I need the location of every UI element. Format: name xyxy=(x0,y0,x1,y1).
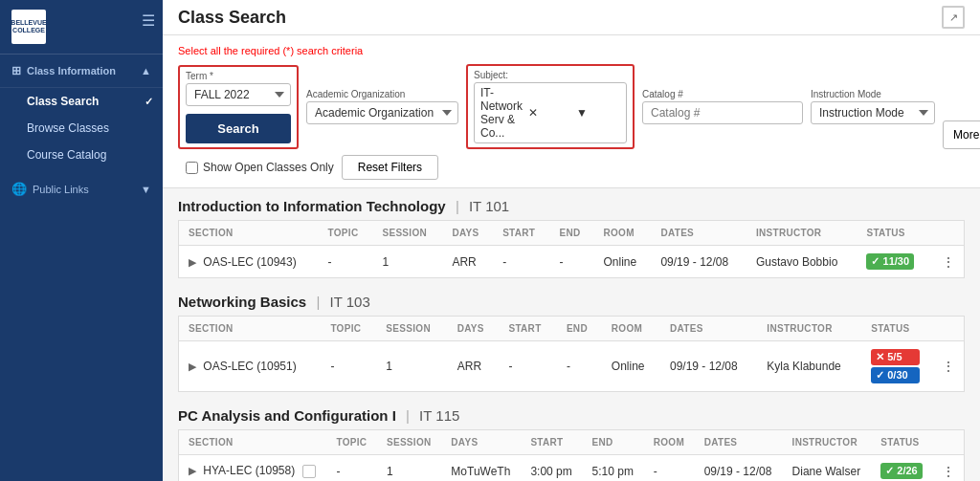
results-area: Introduction to Information Technology |… xyxy=(163,188,980,481)
expand-icon[interactable]: ▶ xyxy=(189,361,196,372)
catalog-filter: Catalog # xyxy=(642,89,803,124)
col-action xyxy=(930,221,965,246)
show-open-checkbox[interactable] xyxy=(186,162,198,174)
filter-row: Term * FALL 2022 Search Academic Organiz… xyxy=(178,64,965,149)
row-menu-icon[interactable]: ⋮ xyxy=(933,455,965,482)
expand-icon[interactable]: ▶ xyxy=(189,256,196,268)
col-session: SESSION xyxy=(372,221,442,246)
col-room: ROOM xyxy=(644,430,695,455)
term-label: Term * xyxy=(186,71,291,81)
col-room: ROOM xyxy=(593,221,651,246)
course-section-it101: Introduction to Information Technology |… xyxy=(178,198,965,278)
subject-select-row[interactable]: IT-Network Serv & Co... ✕ ▼ xyxy=(474,82,627,143)
status-badge-blue: ✓ 0/30 xyxy=(871,367,920,383)
sidebar-item-browse-classes[interactable]: Browse Classes xyxy=(0,115,163,142)
col-action xyxy=(929,317,964,341)
col-topic: TOPIC xyxy=(326,430,377,455)
table-row: ▶ OAS-LEC (10951) - 1 ARR - - Online 09/… xyxy=(179,341,965,392)
col-days: DAYS xyxy=(441,430,521,455)
col-start: START xyxy=(521,430,582,455)
class-information-section: ⊞ Class Information ▲ Class Search ✓ Bro… xyxy=(0,55,163,168)
col-status: STATUS xyxy=(857,221,929,246)
active-check-icon: ✓ xyxy=(145,96,153,108)
class-information-header[interactable]: ⊞ Class Information ▲ xyxy=(0,55,163,88)
more-filters-button[interactable]: More Filters 2 xyxy=(943,120,980,149)
academic-org-select[interactable]: Academic Organization xyxy=(306,101,458,124)
col-instructor: INSTRUCTOR xyxy=(746,221,858,246)
col-days: DAYS xyxy=(442,221,493,246)
catalog-input[interactable] xyxy=(642,101,803,124)
col-end: END xyxy=(557,317,602,341)
term-filter: Term * FALL 2022 xyxy=(186,71,291,106)
sidebar-item-course-catalog[interactable]: Course Catalog xyxy=(0,142,163,168)
col-status: STATUS xyxy=(861,317,929,341)
hamburger-icon[interactable]: ☰ xyxy=(142,11,155,30)
subject-label: Subject: xyxy=(474,70,627,80)
course-table-it115: SECTION TOPIC SESSION DAYS START END ROO… xyxy=(178,429,965,481)
course-section-it115: PC Analysis and Configuration I | IT 115… xyxy=(178,407,965,481)
col-room: ROOM xyxy=(602,317,660,341)
course-name: Introduction to Information Technology xyxy=(178,198,446,214)
course-title-it115: PC Analysis and Configuration I | IT 115 xyxy=(178,407,965,424)
col-topic: TOPIC xyxy=(319,221,373,246)
header-action-icon[interactable]: ↗ xyxy=(942,6,965,29)
col-instructor: INSTRUCTOR xyxy=(783,430,872,455)
subject-value: IT-Network Serv & Co... xyxy=(480,86,524,140)
row-menu-icon[interactable]: ⋮ xyxy=(930,246,965,278)
page-title: Class Search xyxy=(178,8,286,28)
instruction-mode-select[interactable]: Instruction Mode xyxy=(811,101,935,124)
header-bar: Class Search ↗ xyxy=(163,0,980,35)
term-select[interactable]: FALL 2022 xyxy=(186,83,291,106)
search-area: Select all the required (*) search crite… xyxy=(163,35,980,188)
asterisk-icon: Select all the required (*) search crite… xyxy=(178,45,363,56)
search-button[interactable]: Search xyxy=(186,114,291,143)
sidebar-public-links[interactable]: 🌐 Public Links ▼ xyxy=(0,172,163,206)
course-name: Networking Basics xyxy=(178,294,306,310)
sidebar-item-class-search[interactable]: Class Search ✓ xyxy=(0,88,163,115)
course-code: IT 115 xyxy=(419,407,459,424)
globe-icon: 🌐 xyxy=(11,182,27,196)
term-red-box: Term * FALL 2022 Search xyxy=(178,65,299,149)
logo-icon: BELLEVUECOLLEGE xyxy=(11,10,46,44)
expand-icon[interactable]: ▶ xyxy=(189,465,196,476)
required-note: Select all the required (*) search crite… xyxy=(178,45,965,56)
row-menu-icon[interactable]: ⋮ xyxy=(929,341,964,392)
col-status: STATUS xyxy=(871,430,932,455)
col-dates: DATES xyxy=(651,221,746,246)
status-badge-red: ✕ 5/5 xyxy=(871,349,920,365)
col-end: END xyxy=(583,430,644,455)
subject-clear-icon[interactable]: ✕ xyxy=(528,106,572,120)
arrow-icon: ↗ xyxy=(949,11,958,24)
course-code: IT 103 xyxy=(329,294,369,310)
instruction-mode-label: Instruction Mode xyxy=(811,89,935,99)
row-checkbox[interactable] xyxy=(302,465,316,478)
academic-org-filter: Academic Organization Academic Organizat… xyxy=(306,89,458,124)
reset-filters-button[interactable]: Reset Filters xyxy=(342,155,438,180)
col-action xyxy=(933,430,965,455)
col-section: SECTION xyxy=(179,221,319,246)
course-table-it103: SECTION TOPIC SESSION DAYS START END ROO… xyxy=(178,316,965,392)
col-section: SECTION xyxy=(179,317,322,341)
academic-org-label: Academic Organization xyxy=(306,89,458,99)
table-row: ▶ OAS-LEC (10943) - 1 ARR - - Online 09/… xyxy=(179,246,965,278)
course-name: PC Analysis and Configuration I xyxy=(178,407,396,424)
table-row: ▶ HYA-LEC (10958) - 1 MoTuWeTh 3:00 pm 5… xyxy=(179,455,965,482)
show-open-label[interactable]: Show Open Classes Only xyxy=(186,161,334,174)
action-row: Show Open Classes Only Reset Filters xyxy=(178,155,965,180)
subject-filter: Subject: IT-Network Serv & Co... ✕ ▼ xyxy=(474,70,627,143)
instruction-mode-filter: Instruction Mode Instruction Mode xyxy=(811,89,935,124)
col-start: START xyxy=(499,317,556,341)
course-code: IT 101 xyxy=(469,198,509,214)
public-links-label: Public Links xyxy=(33,184,89,195)
chevron-down-icon: ▼ xyxy=(141,184,151,195)
class-information-label: Class Information xyxy=(27,65,116,77)
col-section: SECTION xyxy=(179,430,327,455)
status-badge: ✓ 11/30 xyxy=(866,253,914,270)
course-section-it103: Networking Basics | IT 103 SECTION TOPIC… xyxy=(178,294,965,392)
subject-dropdown-icon[interactable]: ▼ xyxy=(576,106,620,120)
show-open-text: Show Open Classes Only xyxy=(203,161,334,174)
sidebar: BELLEVUECOLLEGE ☰ ⊞ Class Information ▲ … xyxy=(0,0,163,481)
course-title-it101: Introduction to Information Technology |… xyxy=(178,198,965,214)
sidebar-logo: BELLEVUECOLLEGE ☰ xyxy=(0,0,163,55)
more-filters-label: More Filters xyxy=(953,128,980,142)
